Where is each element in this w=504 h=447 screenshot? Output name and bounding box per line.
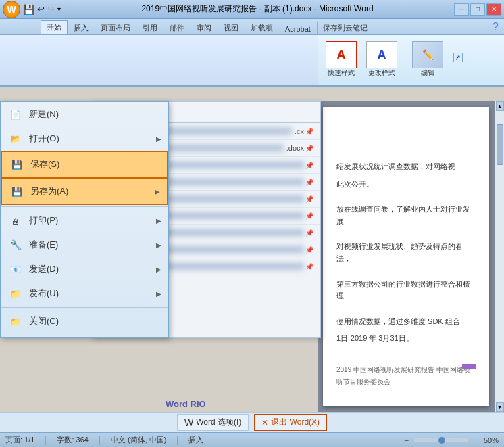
document-page: 绍发展状况统计调查数据，对网络视 此次公开。 放在线调查问卷，了解业内人士对行业…	[323, 107, 489, 406]
tab-home[interactable]: 开始	[41, 20, 68, 34]
menu-item-print[interactable]: 🖨 打印(P) ▶	[1, 208, 168, 233]
styles-expander: ↗	[453, 39, 463, 62]
word-rio-label: Word RIO	[166, 399, 206, 409]
styles-dialog-launcher[interactable]: ↗	[453, 53, 463, 62]
edit-button[interactable]: ✏️ 编辑	[410, 39, 445, 80]
publish-label: 发布(U)	[29, 287, 59, 300]
restore-button[interactable]: □	[470, 3, 485, 16]
tab-mail[interactable]: 邮件	[163, 21, 191, 34]
status-right: − + 50%	[404, 436, 499, 445]
doc-para-5: 第三方数据公司的行业数据进行整合和梳理	[336, 279, 476, 302]
doc-footer-mark	[462, 364, 476, 369]
tab-acrobat[interactable]: Acrobat	[279, 23, 317, 34]
edit-icon: ✏️	[412, 41, 443, 68]
doc-para-7: 1日-2019 年 3月31日。	[336, 333, 476, 345]
saveas-arrow: ▶	[155, 188, 160, 195]
file-pin-1[interactable]: 📌	[304, 126, 315, 137]
file-pin-9[interactable]: 📌	[304, 261, 315, 272]
print-icon: 🖨	[7, 212, 24, 229]
menu-item-publish[interactable]: 📁 发布(U) ▶	[1, 281, 168, 306]
doc-para-2: 此次公开。	[336, 179, 476, 191]
title-bar-left: W 💾 ↩ ↪ ▾	[3, 1, 61, 18]
menu-item-new[interactable]: 📄 新建(N)	[1, 102, 168, 126]
close-menu-icon: 📁	[7, 313, 24, 329]
ribbon-left	[0, 35, 318, 85]
change-style-label: 更改样式	[368, 68, 395, 78]
page-info: 页面: 1/1	[5, 435, 34, 445]
zoom-in-btn[interactable]: +	[474, 436, 478, 445]
doc-para-4: 对视频行业发展现状、趋势及特点的看法，	[336, 241, 476, 264]
edit-label: 编辑	[421, 68, 434, 78]
exit-word-button[interactable]: ✕ 退出 Word(X)	[254, 414, 327, 431]
tab-review[interactable]: 审阅	[191, 21, 218, 34]
quick-styles-button[interactable]: A 快速样式	[324, 39, 359, 80]
open-icon: 📂	[7, 131, 24, 147]
quick-style-preview: A	[326, 41, 357, 68]
window-controls: ─ □ ✕	[454, 3, 501, 16]
send-arrow: ▶	[156, 266, 161, 273]
office-button[interactable]: W	[3, 1, 20, 18]
ribbon-tabs-bar: 开始 插入 页面布局 引用 邮件 审阅 视图 加载项 Acrobat 保存到云笔…	[0, 19, 504, 35]
zoom-out-btn[interactable]: −	[404, 436, 409, 445]
quick-style-label: 快速样式	[328, 68, 355, 78]
scroll-up-btn[interactable]: ▲	[496, 101, 504, 111]
quick-redo-icon[interactable]: ↪	[47, 4, 55, 14]
saveas-label: 另存为(A)	[30, 185, 68, 197]
document-area: 绍发展状况统计调查数据，对网络视 此次公开。 放在线调查问卷，了解业内人士对行业…	[318, 101, 504, 412]
doc-footer: 2019 中国网络视听发展研究报告 中国网络视听节目服务委员会	[336, 366, 470, 385]
word-options-button[interactable]: W Word 选项(I)	[177, 414, 249, 431]
file-pin-4[interactable]: 📌	[304, 177, 315, 187]
file-pin-7[interactable]: 📌	[304, 227, 315, 238]
status-div-3	[177, 436, 178, 445]
file-pin-3[interactable]: 📌	[304, 160, 315, 170]
menu-item-close[interactable]: 📁 关闭(C)	[1, 309, 168, 333]
tab-ref[interactable]: 引用	[136, 21, 163, 34]
tab-view[interactable]: 视图	[218, 21, 245, 34]
change-styles-button[interactable]: A 更改样式	[364, 39, 399, 80]
open-label: 打开(O)	[29, 133, 59, 145]
exit-icon: ✕	[261, 418, 268, 427]
file-pin-2[interactable]: 📌	[304, 143, 315, 154]
styles-group: A 快速样式 A 更改样式 ✏️ 编辑 ↗	[324, 39, 499, 80]
file-pin-6[interactable]: 📌	[304, 210, 315, 221]
file-pin-5[interactable]: 📌	[304, 193, 315, 204]
menu-item-prep[interactable]: 🔧 准备(E) ▶	[1, 233, 168, 257]
file-menu: 📄 新建(N) 📂 打开(O) ▶ 💾 保存(S) 💾 另存为(A) ▶ 🖨 打…	[0, 101, 169, 338]
quick-undo-icon[interactable]: ↩	[37, 4, 45, 14]
quick-save-icon[interactable]: 💾	[23, 4, 34, 15]
bottom-action-bar: W Word 选项(I) ✕ 退出 Word(X)	[0, 412, 504, 432]
menu-item-send[interactable]: 📧 发送(D) ▶	[1, 257, 168, 281]
file-ext-1: .cx	[295, 127, 304, 135]
minimize-button[interactable]: ─	[454, 3, 469, 16]
prep-icon: 🔧	[7, 237, 24, 253]
file-pin-8[interactable]: 📌	[304, 244, 315, 255]
prep-arrow: ▶	[156, 241, 161, 249]
tab-insert[interactable]: 插入	[68, 21, 95, 34]
ribbon-help-icon[interactable]: ?	[487, 20, 504, 34]
menu-item-save[interactable]: 💾 保存(S)	[1, 151, 168, 178]
file-ext-2: .docx	[286, 144, 304, 152]
scroll-thumb[interactable]	[497, 124, 503, 165]
new-icon: 📄	[7, 106, 24, 122]
status-bar: 页面: 1/1 字数: 364 中文 (简体, 中国) 插入 − + 50%	[0, 432, 504, 447]
language-status: 中文 (简体, 中国)	[111, 435, 167, 445]
menu-item-open[interactable]: 📂 打开(O) ▶	[1, 126, 168, 151]
zoom-slider[interactable]	[414, 438, 468, 442]
scroll-down-btn[interactable]: ▼	[496, 402, 504, 412]
insert-mode: 插入	[188, 435, 203, 445]
tab-cloud[interactable]: 保存到云笔记	[317, 21, 374, 34]
tab-addins[interactable]: 加载项	[245, 21, 279, 34]
menu-item-saveas[interactable]: 💾 另存为(A) ▶	[1, 178, 168, 205]
close-button[interactable]: ✕	[486, 3, 501, 16]
word-options-icon: W	[184, 417, 193, 428]
tab-layout[interactable]: 页面布局	[95, 21, 136, 34]
menu-divider-1	[1, 206, 168, 207]
status-div-2	[99, 436, 100, 445]
ribbon-right: A 快速样式 A 更改样式 ✏️ 编辑 ↗	[318, 35, 504, 85]
open-arrow: ▶	[156, 135, 161, 143]
menu-divider-2	[1, 307, 168, 308]
change-style-preview: A	[366, 41, 397, 68]
send-icon: 📧	[7, 261, 24, 277]
doc-scroll-area: 绍发展状况统计调查数据，对网络视 此次公开。 放在线调查问卷，了解业内人士对行业…	[318, 101, 495, 412]
vertical-scrollbar[interactable]: ▲ ▼	[495, 101, 504, 412]
